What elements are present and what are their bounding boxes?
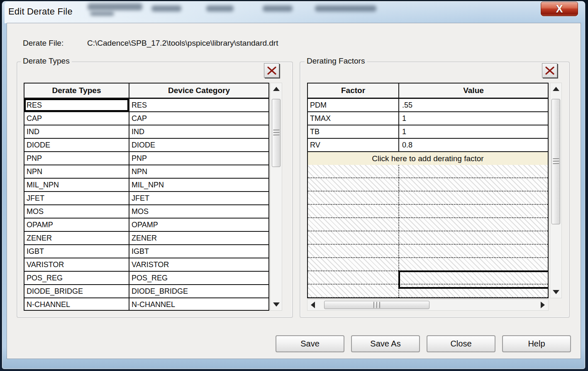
screen: Edit Derate File X Derate File: C:\Caden… [0, 0, 588, 371]
add-derating-factor-row[interactable]: Click here to add derating factor [308, 152, 548, 166]
derate-type-cell[interactable]: JFET [24, 192, 129, 204]
dialog-title: Edit Derate File [8, 6, 73, 17]
derate-type-cell[interactable]: VARISTOR [24, 258, 129, 271]
table-row: NPNNPN [24, 165, 268, 179]
device-category-cell[interactable]: PNP [129, 152, 268, 165]
derating-factors-rows: PDM.55TMAX1TB1RV0.8 [308, 99, 548, 152]
table-row: PDM.55 [308, 99, 548, 112]
selected-empty-value-cell[interactable] [398, 270, 549, 289]
scroll-up-icon[interactable] [553, 87, 559, 91]
table-row: IGBTIGBT [24, 245, 268, 258]
device-category-cell[interactable]: VARISTOR [129, 258, 268, 271]
delete-derate-type-button[interactable] [264, 63, 279, 78]
derate-type-cell[interactable]: ZENER [24, 232, 129, 244]
column-header[interactable]: Factor [308, 84, 399, 98]
device-category-cell[interactable]: MOS [129, 205, 268, 218]
derate-type-cell[interactable]: IND [24, 125, 129, 138]
device-category-cell[interactable]: IGBT [129, 245, 268, 258]
table-row: JFETJFET [24, 192, 268, 205]
value-cell[interactable]: 0.8 [399, 139, 548, 151]
derate-type-cell[interactable]: NPN [24, 165, 129, 178]
device-category-cell[interactable]: JFET [129, 192, 268, 204]
derate-type-cell[interactable]: MIL_NPN [24, 179, 129, 191]
derate-types-group-label: Derate Types [21, 57, 72, 66]
device-category-cell[interactable]: CAP [129, 112, 268, 125]
scroll-right-icon[interactable] [541, 302, 545, 308]
scrollbar-thumb[interactable] [324, 301, 429, 309]
close-button[interactable]: Close [427, 335, 495, 352]
empty-row[interactable] [308, 231, 548, 245]
table-row: DIODE_BRIDGEDIODE_BRIDGE [24, 285, 268, 298]
help-button[interactable]: Help [502, 335, 571, 352]
scrollbar-grip [273, 130, 279, 136]
derate-type-cell[interactable]: PNP [24, 152, 129, 165]
device-category-cell[interactable]: NPN [129, 165, 268, 178]
column-header[interactable]: Device Category [129, 84, 268, 98]
empty-row[interactable] [308, 178, 548, 192]
scrollbar-thumb[interactable] [272, 99, 281, 167]
device-category-cell[interactable]: ZENER [129, 232, 268, 244]
table-row: OPAMPOPAMP [24, 219, 268, 232]
device-category-cell[interactable]: IND [129, 125, 268, 138]
value-cell[interactable]: 1 [399, 125, 548, 138]
background-blur-blob [88, 3, 142, 10]
derate-type-cell[interactable]: DIODE [24, 139, 129, 151]
scrollbar-thumb[interactable] [551, 99, 560, 224]
derate-type-cell[interactable]: CAP [24, 112, 129, 125]
device-category-cell[interactable]: N-CHANNEL [129, 298, 268, 311]
device-category-cell[interactable]: POS_REG [129, 272, 268, 284]
scroll-down-icon[interactable] [273, 302, 280, 307]
titlebar-close-button[interactable]: X [541, 2, 578, 16]
scroll-down-icon[interactable] [553, 290, 559, 294]
table-row: DIODEDIODE [24, 139, 268, 152]
factor-cell[interactable]: RV [308, 139, 399, 151]
empty-row[interactable] [308, 258, 548, 271]
empty-row[interactable] [308, 218, 548, 231]
empty-row[interactable] [308, 192, 548, 205]
table-row: RESRES [24, 99, 268, 112]
derate-type-cell[interactable]: RES [24, 99, 129, 111]
derate-type-cell[interactable]: DIODE_BRIDGE [24, 285, 129, 297]
column-header[interactable]: Derate Types [24, 84, 129, 98]
derate-type-cell[interactable]: MOS [24, 205, 129, 218]
device-category-cell[interactable]: RES [129, 99, 268, 111]
empty-row[interactable] [308, 245, 548, 258]
value-cell[interactable]: 1 [399, 112, 548, 125]
derate-types-rows: RESRESCAPCAPINDINDDIODEDIODEPNPPNPNPNNPN… [24, 99, 268, 311]
scrollbar-grip [373, 302, 380, 308]
empty-row[interactable] [308, 165, 548, 178]
derate-type-cell[interactable]: POS_REG [24, 272, 129, 284]
red-x-icon [267, 66, 276, 75]
background-blur-blob [90, 12, 114, 16]
value-cell[interactable]: .55 [399, 99, 548, 111]
derating-factors-hscrollbar[interactable] [307, 299, 549, 311]
scroll-left-icon[interactable] [311, 302, 315, 308]
derate-types-vscrollbar[interactable] [270, 83, 282, 311]
derate-file-label: Derate File: [23, 39, 63, 48]
factor-cell[interactable]: TB [308, 125, 399, 138]
column-header[interactable]: Value [399, 84, 548, 98]
derate-type-cell[interactable]: IGBT [24, 245, 129, 258]
background-blur-blob [315, 5, 376, 12]
red-x-icon [545, 66, 554, 75]
derate-type-cell[interactable]: OPAMP [24, 219, 129, 231]
titlebar-glass [5, 2, 486, 23]
save-button[interactable]: Save [276, 335, 344, 352]
table-row: INDIND [24, 125, 268, 139]
device-category-cell[interactable]: DIODE_BRIDGE [129, 285, 268, 297]
derating-factors-vscrollbar[interactable] [550, 83, 562, 298]
derating-factors-header: Factor Value [308, 84, 548, 99]
empty-row[interactable] [308, 205, 548, 218]
save-as-button[interactable]: Save As [351, 335, 420, 352]
table-row: ZENERZENER [24, 232, 268, 245]
device-category-cell[interactable]: DIODE [129, 139, 268, 151]
derate-type-cell[interactable]: N-CHANNEL [24, 298, 129, 311]
device-category-cell[interactable]: OPAMP [129, 219, 268, 231]
delete-derating-factor-button[interactable] [542, 63, 557, 78]
factor-cell[interactable]: TMAX [308, 112, 399, 125]
table-row: MIL_NPNMIL_NPN [24, 179, 268, 192]
scroll-up-icon[interactable] [273, 87, 280, 91]
device-category-cell[interactable]: MIL_NPN [129, 179, 268, 191]
factor-cell[interactable]: PDM [308, 99, 399, 111]
table-row: POS_REGPOS_REG [24, 272, 268, 285]
